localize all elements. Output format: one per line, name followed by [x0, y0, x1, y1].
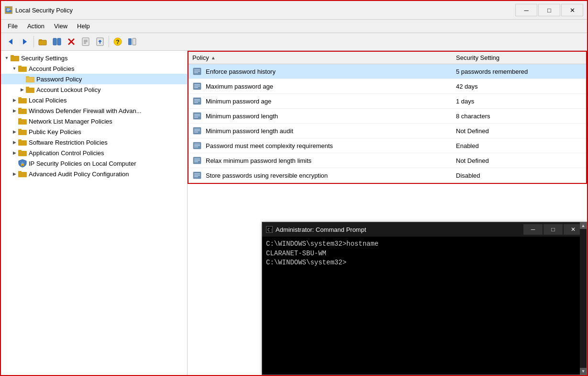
svg-rect-77 [194, 160, 200, 161]
svg-rect-36 [18, 98, 27, 103]
sidebar-item-ip-security[interactable]: ▶ 🔒 IP Security Policies on Local Comput… [1, 158, 187, 169]
svg-rect-7 [39, 40, 46, 45]
sidebar-item-network-list[interactable]: ▶ Network List Manager Policies [1, 116, 187, 126]
svg-rect-49 [18, 172, 27, 177]
policy-name-enforce-history: Enforce password history [206, 67, 452, 76]
svg-rect-45 [18, 139, 22, 141]
sidebar-label-advanced-audit: Advanced Audit Policy Configuration [29, 171, 129, 178]
sidebar-item-windows-defender[interactable]: ▶ Windows Defender Firewall with Advan..… [1, 105, 187, 116]
cmd-title-text: Administrator: Command Prompt [276, 226, 366, 233]
folder-icon-lockout [26, 86, 34, 93]
svg-rect-56 [194, 84, 200, 85]
policy-icon-complexity [191, 140, 203, 151]
policy-row-store-reversible[interactable]: Store passwords using reversible encrypt… [189, 168, 586, 183]
menu-file[interactable]: File [3, 21, 22, 32]
sidebar-label-network-list: Network List Manager Policies [29, 118, 112, 125]
sidebar-item-software-restriction[interactable]: ▶ Software Restriction Policies [1, 137, 187, 148]
open-folder-button[interactable] [36, 35, 49, 48]
svg-rect-66 [194, 117, 198, 118]
folder-icon-account [18, 65, 27, 72]
expander-audit: ▶ [11, 170, 18, 178]
sidebar-label-public-key: Public Key Policies [29, 128, 81, 136]
svg-rect-65 [194, 115, 200, 116]
policy-icon-min-length [191, 110, 203, 122]
svg-rect-82 [194, 176, 198, 177]
policy-name-max-age: Maximum password age [206, 82, 452, 91]
sidebar-item-account-lockout[interactable]: ▶ Account Lockout Policy [1, 84, 187, 95]
svg-rect-81 [194, 175, 200, 176]
folder-icon-security [11, 55, 19, 61]
cmd-line: C:\WINDOWS\system32> [266, 258, 583, 268]
svg-rect-25 [133, 38, 136, 45]
forward-button[interactable] [18, 35, 32, 48]
folder-icon-password [26, 76, 34, 82]
show-hide-button[interactable] [50, 35, 64, 48]
svg-rect-11 [57, 38, 61, 45]
menu-bar: File Action View Help [1, 20, 587, 33]
cmd-scrollbar[interactable]: ▲ ▼ [580, 237, 587, 375]
policy-setting-enforce-history: 5 passwords remembered [452, 67, 586, 76]
policy-row-min-length-audit[interactable]: Minimum password length auditNot Defined [189, 124, 586, 138]
policy-row-min-length[interactable]: Minimum password length8 characters [189, 109, 586, 124]
svg-rect-30 [18, 66, 22, 67]
folder-icon-audit [18, 171, 27, 177]
properties-button[interactable] [79, 35, 92, 48]
policy-name-min-length-audit: Minimum password length audit [206, 126, 452, 136]
cmd-scroll-down-button[interactable]: ▼ [580, 368, 587, 375]
cmd-body[interactable]: C:\WINDOWS\system32>hostnameCLARANET-SBU… [262, 237, 587, 375]
view-button[interactable] [125, 35, 139, 48]
policy-icon-store-reversible [191, 170, 203, 181]
sidebar-item-security-settings[interactable]: ▼ Security Settings [1, 53, 187, 63]
policy-row-enforce-history[interactable]: Enforce password history5 passwords reme… [189, 64, 586, 79]
cmd-minimize-button[interactable]: ─ [523, 224, 543, 235]
policy-row-min-age[interactable]: Minimum password age1 days [189, 94, 586, 109]
svg-rect-37 [18, 97, 22, 99]
policy-row-complexity[interactable]: Password must meet complexity requiremen… [189, 138, 586, 153]
policy-setting-store-reversible: Disabled [452, 171, 586, 180]
svg-rect-60 [194, 99, 200, 100]
sidebar-item-account-policies[interactable]: ▼ Account Policies [1, 63, 187, 74]
svg-rect-44 [18, 140, 27, 146]
back-button[interactable] [4, 35, 17, 48]
menu-action[interactable]: Action [22, 21, 49, 32]
sidebar-item-app-control[interactable]: ▶ Application Control Policies [1, 148, 187, 158]
header-setting: Security Setting [452, 52, 586, 64]
sidebar-item-local-policies[interactable]: ▶ Local Policies [1, 95, 187, 105]
svg-rect-52 [194, 69, 200, 70]
close-button[interactable]: ✕ [561, 4, 583, 16]
folder-icon-network [18, 118, 27, 125]
policy-rows-container: Enforce password history5 passwords reme… [189, 64, 586, 183]
sidebar-item-advanced-audit[interactable]: ▶ Advanced Audit Policy Configuration [1, 169, 187, 179]
svg-text:C:: C: [267, 228, 272, 232]
svg-rect-62 [194, 102, 198, 103]
menu-view[interactable]: View [49, 21, 72, 32]
svg-rect-47 [18, 150, 22, 151]
export-button[interactable] [93, 35, 107, 48]
maximize-button[interactable]: □ [538, 4, 560, 16]
policy-table-header: Policy ▲ Security Setting [189, 52, 586, 64]
help-button[interactable]: ? [111, 35, 124, 48]
policy-setting-min-length-audit: Not Defined [452, 126, 586, 136]
minimize-button[interactable]: ─ [515, 4, 537, 16]
cmd-maximize-button[interactable]: □ [544, 224, 563, 235]
sidebar-label-app-control: Application Control Policies [29, 149, 104, 157]
svg-rect-76 [194, 159, 200, 160]
delete-button[interactable] [65, 35, 78, 48]
policy-setting-complexity: Enabled [452, 141, 586, 150]
toolbar-separator-2 [109, 36, 109, 47]
sidebar-item-password-policy[interactable]: ▶ Password Policy [1, 74, 187, 84]
content-area: ▼ Security Settings ▼ [1, 51, 587, 375]
menu-help[interactable]: Help [72, 21, 95, 32]
policy-icon-min-age [191, 95, 203, 107]
policy-row-max-age[interactable]: Maximum password age42 days [189, 79, 586, 94]
policy-setting-min-length: 8 characters [452, 112, 586, 121]
svg-rect-80 [194, 173, 200, 174]
svg-rect-74 [194, 147, 198, 148]
svg-rect-78 [194, 161, 198, 162]
sidebar-item-public-key[interactable]: ▶ Public Key Policies [1, 126, 187, 137]
policy-name-complexity: Password must meet complexity requiremen… [206, 141, 452, 150]
svg-rect-35 [26, 87, 29, 88]
cmd-body-wrapper: C:\WINDOWS\system32>hostnameCLARANET-SBU… [262, 237, 587, 375]
expander-software: ▶ [11, 138, 18, 146]
policy-row-relax-limits[interactable]: Relax minimum password length limitsNot … [189, 153, 586, 168]
